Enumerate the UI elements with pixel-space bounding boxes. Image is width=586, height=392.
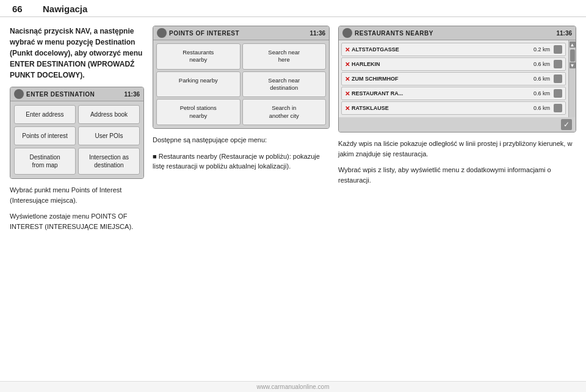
enter-destination-grid: Enter address Address book Points of int… — [10, 101, 143, 178]
table-row[interactable]: ✕ RESTAURANT RA... 0.6 km — [341, 87, 566, 100]
restaurant-name: ALTSTADTGASSE — [352, 46, 532, 53]
restaurant-dist: 0.2 km — [534, 46, 550, 53]
row-detail-icon — [554, 89, 562, 98]
confirm-button[interactable]: ✓ — [561, 119, 572, 130]
nav-icon — [14, 89, 24, 99]
poi-screen-time: 11:36 — [309, 30, 325, 37]
screen-time: 11:36 — [124, 91, 140, 98]
bullet-symbol: ■ — [153, 153, 159, 160]
table-row[interactable]: ✕ ALTSTADTGASSE 0.2 km — [341, 43, 566, 56]
btn-restaurants-nearby[interactable]: Restaurantsnearby — [156, 43, 241, 70]
points-of-interest-screen: POINTS OF INTEREST 11:36 Restaurantsnear… — [153, 26, 330, 129]
btn-points-of-interest[interactable]: Points of interest — [14, 126, 76, 145]
scroll-down-arrow[interactable]: ▼ — [570, 62, 576, 68]
row-x-icon: ✕ — [345, 46, 350, 53]
restaurant-rows: ✕ ALTSTADTGASSE 0.2 km ✕ HARLEKIN 0.6 km — [339, 40, 568, 117]
enter-destination-screen: ENTER DESTINATION 11:36 Enter address Ad… — [10, 87, 144, 179]
page-header: 66 Nawigacja — [0, 0, 586, 17]
restaurants-list-with-scroll: ✕ ALTSTADTGASSE 0.2 km ✕ HARLEKIN 0.6 km — [339, 40, 576, 117]
table-row[interactable]: ✕ ZUM SCHIRMHOF 0.6 km — [341, 72, 566, 85]
mid-column: POINTS OF INTEREST 11:36 Restaurantsnear… — [153, 26, 330, 376]
rn-titlebar: RESTAURANTS NEARBY 11:36 — [339, 26, 576, 40]
btn-destination-from-map[interactable]: Destinationfrom map — [14, 148, 76, 175]
btn-address-book[interactable]: Address book — [78, 105, 140, 124]
right-column: RESTAURANTS NEARBY 11:36 ✕ ALTSTADTGASSE… — [338, 26, 576, 376]
left-column: Nacisnąć przycisk NAV, a następnie wybra… — [10, 26, 144, 376]
screen-title: ENTER DESTINATION — [26, 91, 95, 98]
restaurant-name: RATSKLAUSE — [352, 105, 532, 111]
restaurant-dist: 0.6 km — [534, 105, 550, 111]
restaurant-dist: 0.6 km — [534, 76, 550, 82]
table-row[interactable]: ✕ HARLEKIN 0.6 km — [341, 57, 566, 71]
enter-destination-titlebar: ENTER DESTINATION 11:36 — [10, 87, 143, 101]
row-detail-icon — [554, 45, 562, 54]
btn-parking-nearby[interactable]: Parking nearby — [156, 71, 241, 98]
mid-caption-bullet-text: Restaurants nearby (Restauracje w pobliż… — [153, 153, 320, 170]
rn-screen-title: RESTAURANTS NEARBY — [355, 30, 433, 37]
right-caption2: Wybrać wpis z listy, aby wyświetlić menu… — [338, 165, 576, 185]
btn-search-near-here[interactable]: Search nearhere — [242, 43, 327, 70]
row-x-icon: ✕ — [345, 90, 350, 97]
poi-titlebar: POINTS OF INTEREST 11:36 — [153, 26, 329, 40]
poi-titlebar-left: POINTS OF INTEREST — [157, 28, 239, 38]
restaurant-name: RESTAURANT RA... — [352, 90, 532, 96]
scroll-thumb[interactable] — [570, 49, 575, 62]
page: 66 Nawigacja Nacisnąć przycisk NAV, a na… — [0, 0, 586, 392]
row-x-icon: ✕ — [345, 61, 350, 68]
page-footer: www.carmanualonline.com — [0, 381, 586, 392]
row-x-icon: ✕ — [345, 105, 350, 112]
scroll-up-arrow[interactable]: ▲ — [570, 42, 576, 48]
footer-url: www.carmanualonline.com — [257, 383, 330, 390]
btn-intersection-as-destination[interactable]: Intersection asdestination — [78, 148, 140, 175]
row-detail-icon — [554, 104, 562, 112]
btn-search-another-city[interactable]: Search inanother city — [242, 99, 327, 125]
rn-titlebar-left: RESTAURANTS NEARBY — [342, 28, 433, 38]
poi-grid: Restaurantsnearby Search nearhere Parkin… — [153, 40, 329, 128]
main-content: Nacisnąć przycisk NAV, a następnie wybra… — [0, 17, 586, 381]
btn-user-pois[interactable]: User POIs — [78, 126, 140, 145]
left-caption2: Wyświetlone zostaje menu POINTS OF INTER… — [10, 211, 144, 231]
btn-enter-address[interactable]: Enter address — [14, 105, 76, 124]
restaurant-dist: 0.6 km — [534, 90, 550, 96]
restaurant-name: HARLEKIN — [352, 61, 532, 67]
rn-screen-time: 11:36 — [556, 30, 572, 37]
row-x-icon: ✕ — [345, 76, 350, 82]
page-title: Nawigacja — [43, 4, 87, 14]
mid-caption-bullet: ■ Restaurants nearby (Restauracje w pobl… — [153, 151, 330, 172]
rn-footer: ✓ — [339, 117, 576, 132]
restaurant-name: ZUM SCHIRMHOF — [352, 76, 532, 82]
btn-petrol-stations-nearby[interactable]: Petrol stationsnearby — [156, 99, 241, 125]
poi-nav-icon — [157, 28, 167, 38]
row-detail-icon — [554, 74, 562, 83]
page-number: 66 — [12, 4, 37, 14]
table-row[interactable]: ✕ RATSKLAUSE 0.6 km — [341, 101, 566, 115]
scrollbar[interactable]: ▲ ▼ — [568, 40, 576, 117]
restaurants-nearby-screen: RESTAURANTS NEARBY 11:36 ✕ ALTSTADTGASSE… — [338, 26, 576, 132]
mid-caption-intro: Dostępne są następujące opcje menu: — [153, 135, 330, 145]
restaurant-dist: 0.6 km — [534, 61, 550, 67]
right-caption1: Każdy wpis na liście pokazuje odległość … — [338, 139, 576, 159]
btn-search-near-destination[interactable]: Search neardestination — [242, 71, 327, 98]
restaurants-list: ✕ ALTSTADTGASSE 0.2 km ✕ HARLEKIN 0.6 km — [339, 40, 568, 117]
rn-nav-icon — [342, 28, 352, 38]
titlebar-left: ENTER DESTINATION — [14, 89, 95, 99]
left-intro-text: Nacisnąć przycisk NAV, a następnie wybra… — [10, 26, 144, 81]
poi-screen-title: POINTS OF INTEREST — [169, 30, 239, 37]
row-detail-icon — [554, 60, 562, 68]
left-caption1: Wybrać punkt menu Points of Interest (In… — [10, 185, 144, 205]
